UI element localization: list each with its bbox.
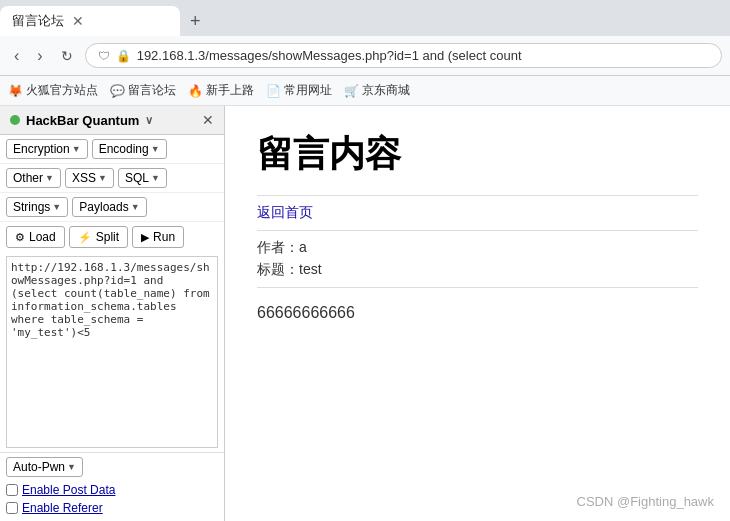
lock-icon: 🔒 [116, 49, 131, 63]
tab-title: 留言论坛 [12, 12, 64, 30]
other-dropdown[interactable]: Other ▼ [6, 168, 61, 188]
shield-icon: 🛡 [98, 49, 110, 63]
foxfire-icon: 🦊 [8, 84, 23, 98]
payloads-dropdown[interactable]: Payloads ▼ [72, 197, 146, 217]
strings-dropdown[interactable]: Strings ▼ [6, 197, 68, 217]
encoding-arrow-icon: ▼ [151, 144, 160, 154]
watermark: CSDN @Fighting_hawk [577, 494, 714, 509]
bookmark-label: 常用网址 [284, 82, 332, 99]
encryption-label: Encryption [13, 142, 70, 156]
hackbar-close-button[interactable]: ✕ [202, 112, 214, 128]
subject-row: 标题：test [257, 261, 698, 279]
bookmarks-bar: 🦊 火狐官方站点 💬 留言论坛 🔥 新手上路 📄 常用网址 🛒 京东商城 [0, 76, 730, 106]
split-label: Split [96, 230, 119, 244]
referer-label[interactable]: Enable Referer [22, 501, 103, 515]
address-url: 192.168.1.3/messages/showMessages.php?id… [137, 48, 709, 63]
new-tab-button[interactable]: + [180, 5, 211, 38]
page-title: 留言内容 [257, 130, 698, 179]
xss-arrow-icon: ▼ [98, 173, 107, 183]
run-icon: ▶ [141, 231, 149, 244]
active-tab[interactable]: 留言论坛 ✕ [0, 6, 180, 36]
bookmark-label: 京东商城 [362, 82, 410, 99]
bookmark-label: 留言论坛 [128, 82, 176, 99]
autopwn-dropdown[interactable]: Auto-Pwn ▼ [6, 457, 83, 477]
xss-label: XSS [72, 171, 96, 185]
xss-dropdown[interactable]: XSS ▼ [65, 168, 114, 188]
split-icon: ⚡ [78, 231, 92, 244]
forward-button[interactable]: › [31, 45, 48, 67]
referer-row: Enable Referer [6, 499, 218, 517]
strings-arrow-icon: ▼ [52, 202, 61, 212]
hackbar-header: HackBar Quantum ∨ ✕ [0, 106, 224, 135]
hackbar-panel: HackBar Quantum ∨ ✕ Encryption ▼ Encodin… [0, 106, 225, 521]
encoding-dropdown[interactable]: Encoding ▼ [92, 139, 167, 159]
hackbar-title-text: HackBar Quantum [26, 113, 139, 128]
sql-dropdown[interactable]: SQL ▼ [118, 168, 167, 188]
load-label: Load [29, 230, 56, 244]
load-button[interactable]: ⚙ Load [6, 226, 65, 248]
payloads-arrow-icon: ▼ [131, 202, 140, 212]
post-data-checkbox[interactable] [6, 484, 18, 496]
jd-icon: 🛒 [344, 84, 359, 98]
toolbar-row-1: Encryption ▼ Encoding ▼ [0, 135, 224, 164]
run-label: Run [153, 230, 175, 244]
post-data-label[interactable]: Enable Post Data [22, 483, 115, 497]
content-value: 66666666666 [257, 304, 698, 322]
autopwn-section: Auto-Pwn ▼ Enable Post Data Enable Refer… [0, 452, 224, 521]
bookmark-newbie[interactable]: 🔥 新手上路 [188, 82, 254, 99]
autopwn-arrow-icon: ▼ [67, 462, 76, 472]
reload-button[interactable]: ↻ [55, 46, 79, 66]
toolbar-row-3: Strings ▼ Payloads ▼ [0, 193, 224, 222]
sql-label: SQL [125, 171, 149, 185]
bookmark-messages[interactable]: 💬 留言论坛 [110, 82, 176, 99]
action-row: ⚙ Load ⚡ Split ▶ Run [0, 222, 224, 252]
messages-icon: 💬 [110, 84, 125, 98]
bookmark-jd[interactable]: 🛒 京东商城 [344, 82, 410, 99]
newbie-icon: 🔥 [188, 84, 203, 98]
address-bar[interactable]: 🛡 🔒 192.168.1.3/messages/showMessages.ph… [85, 43, 722, 68]
bookmark-label: 新手上路 [206, 82, 254, 99]
main-area: HackBar Quantum ∨ ✕ Encryption ▼ Encodin… [0, 106, 730, 521]
encoding-label: Encoding [99, 142, 149, 156]
hackbar-title-area: HackBar Quantum ∨ [10, 113, 153, 128]
payloads-label: Payloads [79, 200, 128, 214]
run-button[interactable]: ▶ Run [132, 226, 184, 248]
bookmark-common[interactable]: 📄 常用网址 [266, 82, 332, 99]
other-arrow-icon: ▼ [45, 173, 54, 183]
other-label: Other [13, 171, 43, 185]
sql-arrow-icon: ▼ [151, 173, 160, 183]
back-link[interactable]: 返回首页 [257, 204, 698, 222]
author-row: 作者：a [257, 239, 698, 257]
tab-bar: 留言论坛 ✕ + [0, 0, 730, 36]
hackbar-textarea[interactable]: http://192.168.1.3/messages/showMessages… [6, 256, 218, 448]
browser-window: 留言论坛 ✕ + ‹ › ↻ 🛡 🔒 192.168.1.3/messages/… [0, 0, 730, 521]
bookmark-foxfire[interactable]: 🦊 火狐官方站点 [8, 82, 98, 99]
divider-bottom [257, 287, 698, 288]
referer-checkbox[interactable] [6, 502, 18, 514]
nav-bar: ‹ › ↻ 🛡 🔒 192.168.1.3/messages/showMessa… [0, 36, 730, 76]
hackbar-status-dot [10, 115, 20, 125]
autopwn-label: Auto-Pwn [13, 460, 65, 474]
divider-mid [257, 230, 698, 231]
toolbar-row-2: Other ▼ XSS ▼ SQL ▼ [0, 164, 224, 193]
common-icon: 📄 [266, 84, 281, 98]
encryption-arrow-icon: ▼ [72, 144, 81, 154]
bookmark-label: 火狐官方站点 [26, 82, 98, 99]
split-button[interactable]: ⚡ Split [69, 226, 128, 248]
strings-label: Strings [13, 200, 50, 214]
tab-close-button[interactable]: ✕ [72, 13, 84, 29]
load-icon: ⚙ [15, 231, 25, 244]
page-content: 留言内容 返回首页 作者：a 标题：test 66666666666 CSDN … [225, 106, 730, 521]
encryption-dropdown[interactable]: Encryption ▼ [6, 139, 88, 159]
divider-top [257, 195, 698, 196]
hackbar-expand-icon[interactable]: ∨ [145, 114, 153, 127]
post-data-row: Enable Post Data [6, 481, 218, 499]
back-button[interactable]: ‹ [8, 45, 25, 67]
